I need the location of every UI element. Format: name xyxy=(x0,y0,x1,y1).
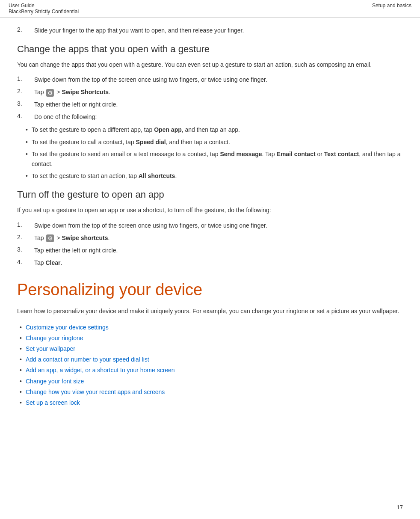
step-item: 1. Swipe down from the top of the screen… xyxy=(17,221,403,230)
step-item: 2. Tap > Swipe Shortcuts. xyxy=(17,88,403,97)
step-item: 3. Tap either the left or right circle. xyxy=(17,100,403,109)
main-content: 2. Slide your finger to the app that you… xyxy=(0,18,420,425)
sub-bullet-list: To set the gesture to open a different a… xyxy=(26,125,403,181)
list-item: To set the gesture to call a contact, ta… xyxy=(26,137,403,147)
list-item[interactable]: Add an app, a widget, or a shortcut to y… xyxy=(26,365,403,376)
link-recent-apps[interactable]: Change how you view your recent apps and… xyxy=(26,389,165,395)
list-item[interactable]: Change your font size xyxy=(26,376,403,387)
list-item[interactable]: Add a contact or number to your speed di… xyxy=(26,354,403,365)
list-item[interactable]: Set your wallpaper xyxy=(26,344,403,354)
step-text: Tap either the left or right circle. xyxy=(34,100,118,109)
step-text: Swipe down from the top of the screen on… xyxy=(34,221,267,230)
settings-icon xyxy=(46,234,54,242)
step-text: Tap > Swipe Shortcuts. xyxy=(34,88,110,97)
personalize-heading: Personalizing your device xyxy=(17,280,403,300)
page-number: 17 xyxy=(397,504,403,510)
change-apps-intro: You can change the apps that you open wi… xyxy=(17,60,403,69)
step-number: 4. xyxy=(17,113,34,122)
link-font-size[interactable]: Change your font size xyxy=(26,378,84,385)
list-item[interactable]: Change how you view your recent apps and… xyxy=(26,387,403,397)
header-title: User Guide xyxy=(9,3,79,9)
list-item[interactable]: Change your ringtone xyxy=(26,333,403,344)
settings-icon xyxy=(46,89,54,97)
step-number: 2. xyxy=(17,88,34,97)
link-customize-settings[interactable]: Customize your device settings xyxy=(26,324,109,331)
step-item: 4. Do one of the following: xyxy=(17,113,403,122)
turn-off-heading: Turn off the gesture to open an app xyxy=(17,189,403,200)
step-number: 3. xyxy=(17,100,34,109)
page-header: User Guide BlackBerry Strictly Confident… xyxy=(0,0,420,18)
step-text: Do one of the following: xyxy=(34,113,97,122)
step-item: 3. Tap either the left or right circle. xyxy=(17,246,403,255)
list-item[interactable]: Set up a screen lock xyxy=(26,397,403,408)
link-screen-lock[interactable]: Set up a screen lock xyxy=(26,399,80,406)
list-item[interactable]: Customize your device settings xyxy=(26,322,403,333)
step-item: 1. Swipe down from the top of the screen… xyxy=(17,75,403,84)
link-home-screen[interactable]: Add an app, a widget, or a shortcut to y… xyxy=(26,367,175,374)
step-number: 1. xyxy=(17,75,34,84)
step-item: 2. Tap > Swipe shortcuts. xyxy=(17,234,403,243)
step-text: Tap either the left or right circle. xyxy=(34,246,118,255)
step-number: 3. xyxy=(17,246,34,255)
step-number: 1. xyxy=(17,221,34,230)
step-item: 2. Slide your finger to the app that you… xyxy=(17,26,403,35)
header-left: User Guide BlackBerry Strictly Confident… xyxy=(9,3,79,15)
turn-off-intro: If you set up a gesture to open an app o… xyxy=(17,205,403,215)
personalize-intro: Learn how to personalize your device and… xyxy=(17,306,403,316)
header-subtitle: BlackBerry Strictly Confidential xyxy=(9,9,79,15)
step-number: 4. xyxy=(17,258,34,267)
link-change-ringtone[interactable]: Change your ringtone xyxy=(26,335,83,341)
change-apps-heading: Change the apps that you open with a ges… xyxy=(17,44,403,55)
header-section: Setup and basics xyxy=(372,3,411,9)
step-number: 2. xyxy=(17,26,34,35)
step-text: Swipe down from the top of the screen on… xyxy=(34,75,267,84)
list-item: To set the gesture to send an email or a… xyxy=(26,149,403,169)
step-text: Slide your finger to the app that you wa… xyxy=(34,26,244,35)
step-item: 4. Tap Clear. xyxy=(17,258,403,267)
step-number: 2. xyxy=(17,234,34,243)
step-text: Tap > Swipe shortcuts. xyxy=(34,234,109,243)
personalize-link-list: Customize your device settings Change yo… xyxy=(26,322,403,409)
step-text: Tap Clear. xyxy=(34,258,62,267)
list-item: To set the gesture to start an action, t… xyxy=(26,171,403,181)
link-speed-dial[interactable]: Add a contact or number to your speed di… xyxy=(26,356,149,363)
list-item: To set the gesture to open a different a… xyxy=(26,125,403,134)
link-set-wallpaper[interactable]: Set your wallpaper xyxy=(26,345,75,352)
